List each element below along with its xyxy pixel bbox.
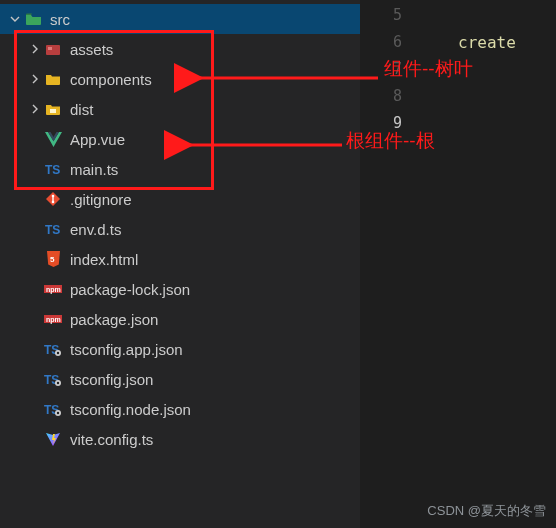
file-package-lock[interactable]: npm package-lock.json xyxy=(0,274,360,304)
line-gutter: 5 6 7 8 9 xyxy=(360,0,416,528)
line-number: 8 xyxy=(360,83,402,110)
svg-rect-2 xyxy=(50,109,56,113)
folder-dist[interactable]: dist xyxy=(0,94,360,124)
file-env-dts[interactable]: TS env.d.ts xyxy=(0,214,360,244)
line-number: 6 xyxy=(360,29,402,56)
file-label: package.json xyxy=(70,311,158,328)
ts-icon: TS xyxy=(44,160,62,178)
file-label: vite.config.ts xyxy=(70,431,153,448)
file-label: env.d.ts xyxy=(70,221,121,238)
file-tsconfig-node[interactable]: TS tsconfig.node.json xyxy=(0,394,360,424)
chevron-right-icon xyxy=(28,72,42,86)
folder-label: assets xyxy=(70,41,113,58)
npm-icon: npm xyxy=(44,280,62,298)
file-label: index.html xyxy=(70,251,138,268)
file-label: .gitignore xyxy=(70,191,132,208)
file-tsconfig[interactable]: TS tsconfig.json xyxy=(0,364,360,394)
folder-src[interactable]: src xyxy=(0,4,360,34)
svg-rect-6 xyxy=(52,196,53,202)
file-label: tsconfig.json xyxy=(70,371,153,388)
svg-text:TS: TS xyxy=(45,223,60,237)
line-number: 9 xyxy=(360,110,402,137)
line-number: 5 xyxy=(360,2,402,29)
svg-text:TS: TS xyxy=(45,163,60,177)
git-icon xyxy=(44,190,62,208)
ts-icon: TS xyxy=(44,220,62,238)
svg-rect-1 xyxy=(48,47,52,50)
file-label: App.vue xyxy=(70,131,125,148)
tsconfig-icon: TS xyxy=(44,340,62,358)
file-label: main.ts xyxy=(70,161,118,178)
vue-icon xyxy=(44,130,62,148)
file-index-html[interactable]: 5 index.html xyxy=(0,244,360,274)
code-content[interactable]: create xyxy=(458,2,516,137)
svg-text:npm: npm xyxy=(46,286,61,294)
chevron-right-icon xyxy=(28,102,42,116)
folder-label: src xyxy=(50,11,70,28)
file-label: tsconfig.app.json xyxy=(70,341,183,358)
file-package[interactable]: npm package.json xyxy=(0,304,360,334)
file-tsconfig-app[interactable]: TS tsconfig.app.json xyxy=(0,334,360,364)
file-main-ts[interactable]: TS main.ts xyxy=(0,154,360,184)
file-label: tsconfig.node.json xyxy=(70,401,191,418)
folder-label: dist xyxy=(70,101,93,118)
svg-point-21 xyxy=(57,412,59,414)
html-icon: 5 xyxy=(44,250,62,268)
file-explorer[interactable]: src assets components xyxy=(0,0,360,528)
vite-icon xyxy=(44,430,62,448)
tsconfig-icon: TS xyxy=(44,370,62,388)
folder-assets[interactable]: assets xyxy=(0,34,360,64)
code-token: create xyxy=(458,33,516,52)
chevron-right-icon xyxy=(28,42,42,56)
components-folder-icon xyxy=(44,70,62,88)
svg-text:npm: npm xyxy=(46,316,61,324)
file-vite-config[interactable]: vite.config.ts xyxy=(0,424,360,454)
dist-folder-icon xyxy=(44,100,62,118)
line-number: 7 xyxy=(360,56,402,83)
assets-folder-icon xyxy=(44,40,62,58)
svg-point-15 xyxy=(57,352,59,354)
tsconfig-icon: TS xyxy=(44,400,62,418)
npm-icon: npm xyxy=(44,310,62,328)
editor-area[interactable]: 5 6 7 8 9 create xyxy=(360,0,556,528)
folder-components[interactable]: components xyxy=(0,64,360,94)
svg-text:5: 5 xyxy=(50,255,55,264)
chevron-down-icon xyxy=(8,12,22,26)
file-app-vue[interactable]: App.vue xyxy=(0,124,360,154)
file-gitignore[interactable]: .gitignore xyxy=(0,184,360,214)
folder-open-icon xyxy=(24,10,42,28)
svg-point-18 xyxy=(57,382,59,384)
file-label: package-lock.json xyxy=(70,281,190,298)
folder-label: components xyxy=(70,71,152,88)
